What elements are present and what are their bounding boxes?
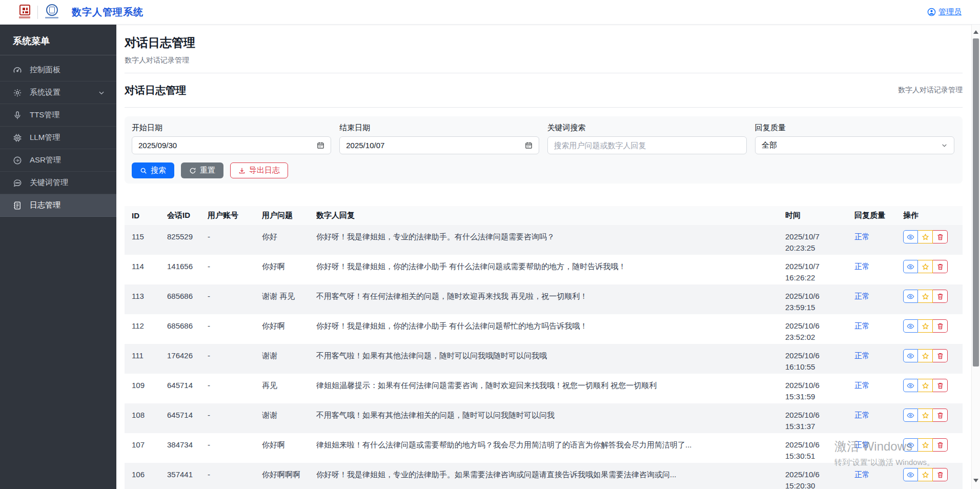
delete-button[interactable] (933, 379, 948, 392)
delete-button[interactable] (933, 230, 948, 243)
favorite-button[interactable] (918, 290, 933, 303)
vertical-scrollbar[interactable] (971, 25, 980, 489)
quality-tag[interactable]: 正常 (854, 232, 870, 241)
view-button[interactable] (903, 409, 918, 422)
end-date-input[interactable] (339, 136, 539, 154)
scroll-up-arrow[interactable] (972, 28, 980, 36)
start-date-input[interactable] (132, 136, 331, 154)
sidebar-item-system-settings[interactable]: 系统设置 (0, 82, 116, 104)
keyword-search-input[interactable] (554, 141, 740, 150)
delete-button[interactable] (933, 409, 948, 422)
star-icon (922, 293, 929, 300)
view-button[interactable] (903, 468, 918, 481)
sidebar-item-asr[interactable]: ASR管理 (0, 149, 116, 172)
sidebar-item-logs[interactable]: 日志管理 (0, 194, 116, 217)
cell-user-question: 你好啊 (262, 314, 316, 331)
app-title: 数字人管理系统 (72, 6, 144, 19)
brand-divider (37, 6, 38, 19)
cell-user-account: - (208, 344, 262, 361)
admin-user-link[interactable]: 管理员 (927, 7, 962, 17)
delete-button[interactable] (933, 290, 948, 303)
cell-time: 2025/10/6 15:20:30 (785, 463, 854, 489)
sidebar-item-label: TTS管理 (30, 110, 59, 120)
favorite-button[interactable] (918, 379, 933, 392)
view-button[interactable] (903, 379, 918, 392)
quality-tag[interactable]: 正常 (854, 470, 870, 479)
brand: 数字人管理系统 (18, 4, 144, 21)
download-icon (238, 167, 246, 174)
quality-tag[interactable]: 正常 (854, 262, 870, 271)
cell-actions (903, 403, 963, 422)
section-header: 对话日志管理 数字人对话记录管理 (125, 73, 963, 108)
reset-button[interactable]: 重置 (181, 162, 223, 178)
view-button[interactable] (903, 230, 918, 243)
table-header-row: ID 会话ID 用户账号 用户问题 数字人回复 时间 回复质量 操作 (125, 206, 963, 225)
quality-tag[interactable]: 正常 (854, 321, 870, 330)
cell-session-id: 645714 (167, 403, 208, 420)
start-date-label: 开始日期 (132, 123, 331, 132)
quality-tag[interactable]: 正常 (854, 351, 870, 360)
favorite-button[interactable] (918, 230, 933, 243)
start-date-value[interactable] (138, 141, 313, 150)
favorite-button[interactable] (918, 319, 933, 333)
trash-icon (936, 233, 944, 241)
favorite-button[interactable] (918, 260, 933, 273)
eye-icon (907, 322, 914, 330)
favorite-button[interactable] (918, 468, 933, 481)
favorite-button[interactable] (918, 438, 933, 452)
time-date: 2025/10/6 (785, 439, 849, 451)
cell-actions (903, 374, 963, 392)
end-date-value[interactable] (346, 141, 520, 150)
view-button[interactable] (903, 319, 918, 333)
keyword-search-field[interactable] (547, 136, 747, 154)
cell-actions (903, 463, 963, 481)
favorite-button[interactable] (918, 349, 933, 362)
view-button[interactable] (903, 290, 918, 303)
cell-user-account: - (208, 225, 262, 242)
favorite-button[interactable] (918, 409, 933, 422)
delete-button[interactable] (933, 319, 948, 333)
view-button[interactable] (903, 260, 918, 273)
cell-id: 107 (132, 433, 167, 450)
star-icon (922, 471, 929, 479)
scroll-down-arrow[interactable] (972, 476, 980, 485)
delete-button[interactable] (933, 349, 948, 362)
quality-tag[interactable]: 正常 (854, 292, 870, 300)
sidebar-item-llm[interactable]: LLM管理 (0, 127, 116, 149)
column-header-account: 用户账号 (208, 211, 262, 220)
quality-tag[interactable]: 正常 (854, 440, 870, 449)
admin-user-label: 管理员 (938, 7, 962, 17)
view-button[interactable] (903, 349, 918, 362)
cell-user-account: - (208, 403, 262, 420)
calendar-icon[interactable] (525, 141, 533, 149)
cell-actions (903, 344, 963, 362)
cell-time: 2025/10/6 15:31:37 (785, 403, 854, 432)
sidebar: 系统菜单 控制面板 系统设置 (0, 25, 116, 489)
delete-button[interactable] (933, 260, 948, 273)
table-row: 111 176426 - 谢谢 不用客气啦！如果有其他法律问题，随时可以问我哦随… (125, 344, 963, 374)
trash-icon (936, 412, 944, 419)
cell-user-question: 你好啊啊啊 (262, 463, 316, 480)
cell-actions (903, 255, 963, 273)
cell-quality: 正常 (854, 284, 903, 301)
quality-select[interactable]: 全部 (755, 136, 954, 154)
sidebar-item-keywords[interactable]: 关键词管理 (0, 172, 116, 194)
time-clock: 15:20:30 (785, 480, 849, 489)
search-button[interactable]: 搜索 (132, 162, 174, 178)
sidebar-item-dashboard[interactable]: 控制面板 (0, 59, 116, 82)
delete-button[interactable] (933, 468, 948, 481)
quality-tag[interactable]: 正常 (854, 411, 870, 419)
table-row: 115 825529 - 你好 你好呀！我是律姐姐，专业的法律助手。有什么法律问… (125, 225, 963, 255)
quality-tag[interactable]: 正常 (854, 381, 870, 390)
column-header-session: 会话ID (167, 211, 208, 220)
view-button[interactable] (903, 438, 918, 452)
time-date: 2025/10/6 (785, 320, 849, 332)
scrollbar-thumb[interactable] (973, 38, 979, 366)
eye-icon (907, 471, 914, 479)
cell-time: 2025/10/6 15:31:59 (785, 374, 854, 402)
export-logs-button[interactable]: 导出日志 (230, 162, 288, 178)
cell-id: 115 (132, 225, 167, 242)
calendar-icon[interactable] (317, 141, 324, 149)
sidebar-item-tts[interactable]: TTS管理 (0, 104, 116, 127)
delete-button[interactable] (933, 438, 948, 452)
